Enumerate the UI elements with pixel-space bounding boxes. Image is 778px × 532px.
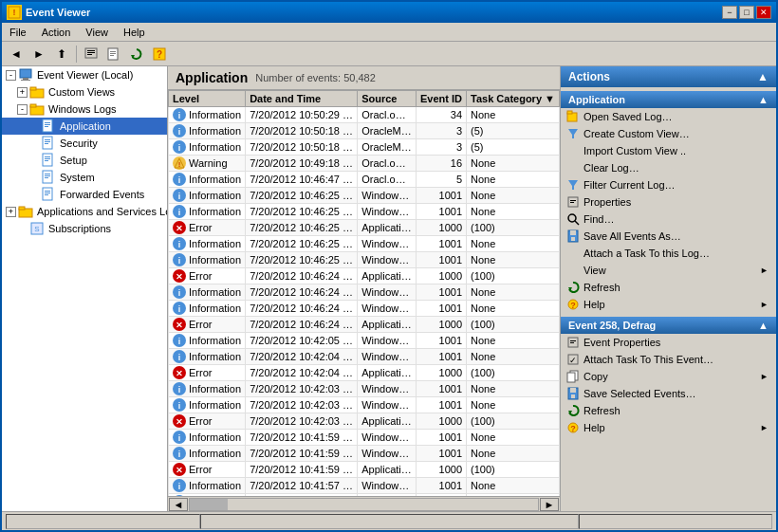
sidebar-item-windows-logs[interactable]: -Windows Logs <box>2 101 167 118</box>
action-attach-task-event[interactable]: ✓Attach Task To This Event… <box>561 351 776 368</box>
level-text: Information <box>189 383 241 394</box>
action-event-properties[interactable]: Event Properties <box>561 334 776 351</box>
table-row[interactable]: iInformation7/20/2012 10:46:25 …Window…1… <box>169 252 560 268</box>
action-open-saved-log[interactable]: Open Saved Log… <box>561 108 776 125</box>
table-row[interactable]: ✕Error7/20/2012 10:46:24 …Applicati…1000… <box>169 268 560 284</box>
table-row[interactable]: iInformation7/20/2012 10:42:05 …Window…1… <box>169 333 560 349</box>
table-row[interactable]: iInformation7/20/2012 10:50:18 …OracleM…… <box>169 139 560 156</box>
tree-expand-windows-logs[interactable]: - <box>17 104 28 115</box>
action-import-custom-view[interactable]: Import Custom View .. <box>561 142 776 159</box>
sidebar-item-application[interactable]: Application <box>2 118 167 135</box>
scroll-thumb-h[interactable] <box>190 499 228 510</box>
table-row[interactable]: iInformation7/20/2012 10:50:18 …OracleM…… <box>169 123 560 139</box>
svg-rect-5 <box>87 54 92 55</box>
action-clear-log[interactable]: Clear Log… <box>561 159 776 176</box>
svg-text:✓: ✓ <box>569 356 577 365</box>
action-copy[interactable]: Copy► <box>561 368 776 385</box>
action-refresh[interactable]: Refresh <box>561 279 776 296</box>
tree-expand-custom-views[interactable]: + <box>17 87 28 98</box>
menu-file[interactable]: File <box>6 26 30 39</box>
events-table-container[interactable]: Level Date and Time Source Event ID Task… <box>168 90 560 496</box>
action-help2[interactable]: ?Help► <box>561 419 776 436</box>
horizontal-scrollbar[interactable]: ◄ ► <box>168 496 560 511</box>
action-view[interactable]: View► <box>561 262 776 279</box>
level-text: Information <box>189 174 241 185</box>
table-row[interactable]: ✕Error7/20/2012 10:42:03 …Applicati…1000… <box>169 413 560 430</box>
table-row[interactable]: iInformation7/20/2012 10:46:25 …Window…1… <box>169 204 560 220</box>
table-row[interactable]: iInformation7/20/2012 10:41:57 …Window…1… <box>169 478 560 494</box>
sidebar-item-event-viewer-local[interactable]: -Event Viewer (Local) <box>2 66 167 83</box>
table-row[interactable]: iInformation7/20/2012 10:50:29 …Oracl.o…… <box>169 107 560 123</box>
table-row[interactable]: ✕Error7/20/2012 10:46:24 …Applicati…1000… <box>169 317 560 333</box>
scroll-track-h[interactable] <box>189 498 539 511</box>
task-cell: None <box>467 430 560 446</box>
sidebar-item-forwarded-events[interactable]: Forwarded Events <box>2 186 167 203</box>
sidebar-item-setup[interactable]: Setup <box>2 152 167 169</box>
sidebar-item-app-services-logs[interactable]: +Applications and Services Logs <box>2 203 167 220</box>
col-level[interactable]: Level <box>169 91 246 107</box>
minimize-button[interactable]: − <box>722 6 737 19</box>
menu-help[interactable]: Help <box>120 26 149 39</box>
svg-rect-119 <box>567 373 575 382</box>
col-task[interactable]: Task Category ▼ <box>467 91 560 107</box>
section2-collapse[interactable]: ▲ <box>758 320 769 331</box>
action-label-clear-log: Clear Log… <box>584 162 639 174</box>
action-properties[interactable]: Properties <box>561 193 776 211</box>
table-row[interactable]: iInformation7/20/2012 10:46:25 …Window…1… <box>169 188 560 204</box>
col-source[interactable]: Source <box>358 91 417 107</box>
svg-rect-13 <box>20 69 31 78</box>
toolbar-action2[interactable] <box>103 45 124 64</box>
table-row[interactable]: ✕Error7/20/2012 10:42:04 …Applicati…1000… <box>169 365 560 381</box>
table-row[interactable]: iInformation7/20/2012 10:46:25 …Window…1… <box>169 236 560 252</box>
action-save-selected-events[interactable]: Save Selected Events… <box>561 385 776 402</box>
action-filter-current-log[interactable]: Filter Current Log… <box>561 176 776 193</box>
sidebar-item-security[interactable]: Security <box>2 135 167 152</box>
action-help[interactable]: ?Help► <box>561 296 776 313</box>
table-row[interactable]: iInformation7/20/2012 10:42:03 …Window…1… <box>169 381 560 397</box>
toolbar-forward[interactable]: ► <box>28 45 49 64</box>
table-row[interactable]: ✕Error7/20/2012 10:41:59 …Applicati…1000… <box>169 462 560 478</box>
table-row[interactable]: iInformation7/20/2012 10:42:03 …Window…1… <box>169 397 560 413</box>
close-button[interactable]: ✕ <box>756 6 771 19</box>
svg-rect-31 <box>45 160 48 161</box>
table-row[interactable]: iInformation7/20/2012 10:46:24 …Window…1… <box>169 301 560 317</box>
task-cell: None <box>467 446 560 462</box>
source-cell: Window… <box>358 301 417 317</box>
scroll-right[interactable]: ► <box>540 498 559 511</box>
col-datetime[interactable]: Date and Time <box>246 91 358 107</box>
toolbar-action3[interactable] <box>126 45 147 64</box>
col-eventid[interactable]: Event ID <box>416 91 466 107</box>
eventid-cell: 1001 <box>416 204 466 220</box>
table-row[interactable]: iInformation7/20/2012 10:41:59 …Window…1… <box>169 446 560 462</box>
table-row[interactable]: iInformation7/20/2012 10:46:47 …Oracl.o…… <box>169 172 560 188</box>
table-row[interactable]: ✕Error7/20/2012 10:46:25 …Applicati…1000… <box>169 220 560 236</box>
section1-collapse[interactable]: ▲ <box>758 94 769 105</box>
action-create-custom-view[interactable]: Create Custom View… <box>561 125 776 142</box>
action-save-all-events[interactable]: Save All Events As… <box>561 228 776 245</box>
maximize-button[interactable]: □ <box>739 6 754 19</box>
table-row[interactable]: iInformation7/20/2012 10:46:24 …Window…1… <box>169 284 560 301</box>
table-row[interactable]: !Warning7/20/2012 10:49:18 …Oracl.o…16No… <box>169 156 560 172</box>
toolbar-action4[interactable]: ? <box>149 45 170 64</box>
menu-view[interactable]: View <box>82 26 112 39</box>
sidebar-item-subscriptions[interactable]: SSubscriptions <box>2 220 167 237</box>
action-refresh2[interactable]: Refresh <box>561 402 776 419</box>
action-attach-task[interactable]: Attach a Task To this Log… <box>561 245 776 262</box>
toolbar-action1[interactable] <box>81 45 102 64</box>
eventid-cell: 1001 <box>416 446 466 462</box>
scroll-left[interactable]: ◄ <box>169 498 188 511</box>
svg-text:i: i <box>178 208 181 217</box>
toolbar-up[interactable]: ⬆ <box>51 45 72 64</box>
sidebar-item-system[interactable]: System <box>2 169 167 186</box>
table-row[interactable]: iInformation7/20/2012 10:41:59 …Window…1… <box>169 430 560 446</box>
actions-collapse[interactable]: ▲ <box>757 70 769 83</box>
tree-expand-event-viewer-local[interactable]: - <box>6 70 16 81</box>
eventid-cell: 1001 <box>416 301 466 317</box>
menu-action[interactable]: Action <box>38 26 75 39</box>
tree-expand-app-services-logs[interactable]: + <box>6 207 16 217</box>
sidebar-item-custom-views[interactable]: +Custom Views <box>2 83 167 101</box>
level-text: Information <box>189 190 241 201</box>
table-row[interactable]: iInformation7/20/2012 10:42:04 …Window…1… <box>169 349 560 365</box>
action-find[interactable]: Find… <box>561 211 776 228</box>
toolbar-back[interactable]: ◄ <box>6 45 27 64</box>
